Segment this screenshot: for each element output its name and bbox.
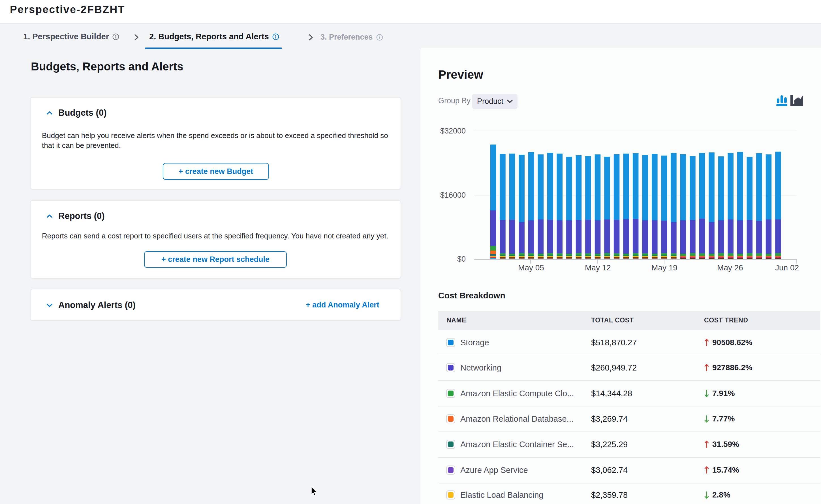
svg-text:$0: $0 [457, 255, 466, 263]
svg-text:May 05: May 05 [518, 263, 544, 272]
svg-text:Jun 02: Jun 02 [775, 263, 799, 272]
svg-text:May 26: May 26 [717, 263, 743, 272]
svg-text:May 19: May 19 [652, 263, 678, 272]
svg-text:May 12: May 12 [585, 263, 611, 272]
svg-text:$32000: $32000 [440, 127, 466, 135]
svg-text:$16000: $16000 [440, 191, 466, 199]
